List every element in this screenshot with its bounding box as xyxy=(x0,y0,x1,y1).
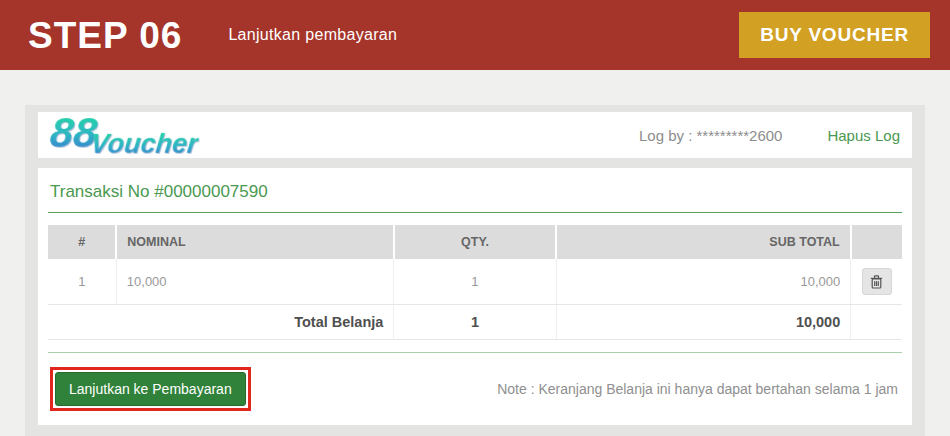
step-subtitle: Lanjutkan pembayaran xyxy=(228,26,397,44)
total-subtotal: 10,000 xyxy=(556,305,851,340)
transaction-panel: Transaksi No #00000007590 # NOMINAL QTY.… xyxy=(38,168,912,425)
proceed-payment-button[interactable]: Lanjutkan ke Pembayaran xyxy=(55,372,246,406)
total-actions-empty xyxy=(851,305,902,340)
transaction-title: Transaksi No #00000007590 xyxy=(50,182,902,202)
column-header-num: # xyxy=(48,225,116,259)
total-row: Total Belanja 1 10,000 xyxy=(48,305,902,340)
cell-actions xyxy=(851,259,902,305)
title-divider xyxy=(48,212,902,213)
table-row: 1 10,000 1 10,000 xyxy=(48,259,902,305)
panel-footer: Lanjutkan ke Pembayaran Note : Keranjang… xyxy=(48,367,902,411)
total-qty: 1 xyxy=(394,305,556,340)
note-text: Note : Keranjang Belanja ini hanya dapat… xyxy=(497,381,902,397)
column-header-subtotal: SUB TOTAL xyxy=(556,225,851,259)
column-header-qty: QTY. xyxy=(394,225,556,259)
log-by-text: Log by : *********2600 xyxy=(639,127,782,144)
cart-table: # NOMINAL QTY. SUB TOTAL 1 10,000 1 10,0… xyxy=(48,225,902,340)
annotation-highlight: Lanjutkan ke Pembayaran xyxy=(50,367,251,411)
cell-qty: 1 xyxy=(394,259,556,305)
cell-nominal: 10,000 xyxy=(116,259,394,305)
total-label: Total Belanja xyxy=(48,305,394,340)
step-label: STEP 06 xyxy=(28,17,182,54)
buy-voucher-button[interactable]: BUY VOUCHER xyxy=(739,12,930,58)
content-card: 88Voucher Log by : *********2600 Hapus L… xyxy=(25,105,925,436)
logo-voucher: Voucher xyxy=(89,131,199,158)
hapus-log-link[interactable]: Hapus Log xyxy=(827,127,900,144)
table-header-row: # NOMINAL QTY. SUB TOTAL xyxy=(48,225,902,259)
delete-row-button[interactable] xyxy=(862,268,892,295)
column-header-nominal: NOMINAL xyxy=(116,225,394,259)
site-header: 88Voucher Log by : *********2600 Hapus L… xyxy=(38,112,912,158)
cell-num: 1 xyxy=(48,259,116,305)
column-header-actions xyxy=(851,225,902,259)
site-logo[interactable]: 88Voucher xyxy=(48,112,202,158)
trash-icon xyxy=(870,275,883,289)
cell-subtotal: 10,000 xyxy=(556,259,851,305)
footer-divider xyxy=(48,352,902,353)
header-right: Log by : *********2600 Hapus Log xyxy=(639,127,900,144)
step-banner: STEP 06 Lanjutkan pembayaran BUY VOUCHER xyxy=(0,0,950,70)
